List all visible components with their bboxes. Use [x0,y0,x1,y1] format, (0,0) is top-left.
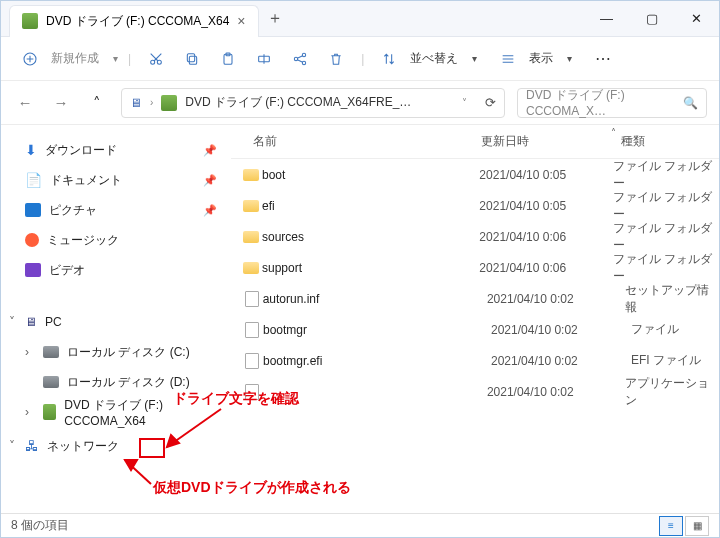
share-button[interactable] [285,44,315,74]
file-type: ファイル フォルダー [613,158,719,192]
sort-button[interactable] [374,44,404,74]
cut-button[interactable] [141,44,171,74]
sort-indicator-icon: ˄ [611,127,616,138]
search-input[interactable]: DVD ドライブ (F:) CCCOMA_X… 🔍 [517,88,707,118]
new-tab-button[interactable]: ＋ [267,8,283,29]
refresh-button[interactable]: ⟳ [485,95,496,110]
sidebar-item-documents[interactable]: 📄ドキュメント📌 [7,165,225,195]
file-date: 2021/04/10 0:06 [479,261,612,275]
file-icon [245,384,259,400]
file-name: autorun.inf [263,292,487,306]
file-icon [245,353,259,369]
file-row[interactable]: support2021/04/10 0:06ファイル フォルダー [231,252,719,283]
chevron-down-icon[interactable]: ▾ [472,53,477,64]
address-bar[interactable]: 🖥 › DVD ドライブ (F:) CCCOMA_X64FRE_… ˅ ⟳ [121,88,505,118]
file-row[interactable]: bootmgr.efi2021/04/10 0:02EFI ファイル [231,345,719,376]
file-type: セットアップ情報 [625,282,719,316]
file-type: EFI ファイル [631,352,701,369]
svg-rect-3 [189,56,196,64]
file-row[interactable]: autorun.inf2021/04/10 0:02セットアップ情報 [231,283,719,314]
view-label: 表示 [529,50,553,67]
sidebar-item-music[interactable]: ミュージック [7,225,225,255]
tab-title: DVD ドライブ (F:) CCCOMA_X64 [46,13,229,30]
breadcrumb[interactable]: DVD ドライブ (F:) CCCOMA_X64FRE_… [185,94,411,111]
new-label: 新規作成 [51,50,99,67]
video-icon [25,263,41,277]
col-date[interactable]: 更新日時 [481,133,621,150]
back-button[interactable]: ← [13,94,37,111]
file-date: 2021/04/10 0:05 [479,199,612,213]
file-row[interactable]: 2021/04/10 0:02アプリケーション [231,376,719,407]
file-type: ファイル フォルダー [613,189,719,223]
pin-icon[interactable]: 📌 [203,144,217,157]
details-view-button[interactable]: ≡ [659,516,683,536]
minimize-button[interactable]: ― [584,1,629,37]
file-pane: ˄ 名前 更新日時 種類 boot2021/04/10 0:05ファイル フォル… [231,125,719,513]
col-type[interactable]: 種類 [621,133,719,150]
file-date: 2021/04/10 0:05 [479,168,612,182]
search-icon: 🔍 [683,96,698,110]
more-button[interactable]: ⋯ [588,44,618,74]
sidebar-item-pictures[interactable]: ピクチャ📌 [7,195,225,225]
sidebar-item-dvd-f[interactable]: ›DVD ドライブ (F:) CCCOMA_X64 [7,397,225,427]
network-icon: 🖧 [25,438,39,454]
expand-icon[interactable]: › [25,345,29,359]
file-date: 2021/04/10 0:02 [487,385,625,399]
titlebar: DVD ドライブ (F:) CCCOMA_X64 × ＋ ― ▢ ✕ [1,1,719,37]
chevron-down-icon[interactable]: ▾ [113,53,118,64]
chevron-right-icon[interactable]: › [150,97,153,108]
pin-icon[interactable]: 📌 [203,204,217,217]
close-button[interactable]: ✕ [674,1,719,37]
sidebar-item-pc[interactable]: ˅🖥PC [7,307,225,337]
col-name[interactable]: 名前 [231,133,481,150]
dvd-drive-icon [43,404,56,420]
icons-view-button[interactable]: ▦ [685,516,709,536]
close-tab-icon[interactable]: × [237,13,245,29]
delete-button[interactable] [321,44,351,74]
up-button[interactable]: ˄ [85,94,109,112]
picture-icon [25,203,41,217]
file-type: アプリケーション [625,375,719,409]
sidebar-item-disk-c[interactable]: ›ローカル ディスク (C:) [7,337,225,367]
nav-row: ← → ˄ 🖥 › DVD ドライブ (F:) CCCOMA_X64FRE_… … [1,81,719,125]
file-row[interactable]: boot2021/04/10 0:05ファイル フォルダー [231,159,719,190]
collapse-icon[interactable]: ˅ [9,315,15,329]
sidebar-item-disk-d[interactable]: ローカル ディスク (D:) [7,367,225,397]
file-name: bootmgr [263,323,491,337]
dvd-drive-icon [161,95,177,111]
status-bar: 8 個の項目 ≡ ▦ [1,513,719,537]
folder-icon [243,262,259,274]
view-button[interactable] [493,44,523,74]
window-controls: ― ▢ ✕ [584,1,719,37]
file-type: ファイル フォルダー [613,220,719,254]
paste-button[interactable] [213,44,243,74]
pin-icon[interactable]: 📌 [203,174,217,187]
chevron-down-icon[interactable]: ▾ [567,53,572,64]
sidebar-item-network[interactable]: ˅🖧ネットワーク [7,431,225,461]
maximize-button[interactable]: ▢ [629,1,674,37]
chevron-down-icon[interactable]: ˅ [462,97,467,108]
new-button[interactable] [15,44,45,74]
copy-button[interactable] [177,44,207,74]
file-date: 2021/04/10 0:06 [479,230,612,244]
file-row[interactable]: bootmgr2021/04/10 0:02ファイル [231,314,719,345]
file-name: efi [262,199,479,213]
file-name: boot [262,168,479,182]
file-name: support [262,261,479,275]
file-date: 2021/04/10 0:02 [491,323,631,337]
file-type: ファイル フォルダー [613,251,719,285]
dvd-drive-icon [22,13,38,29]
file-row[interactable]: sources2021/04/10 0:06ファイル フォルダー [231,221,719,252]
file-icon [245,291,259,307]
sidebar-item-downloads[interactable]: ⬇ダウンロード📌 [7,135,225,165]
music-icon [25,233,39,247]
collapse-icon[interactable]: ˅ [9,439,15,453]
expand-icon[interactable]: › [25,405,29,419]
svg-rect-4 [187,53,194,61]
forward-button[interactable]: → [49,94,73,111]
file-row[interactable]: efi2021/04/10 0:05ファイル フォルダー [231,190,719,221]
sidebar-item-videos[interactable]: ビデオ [7,255,225,285]
rename-button[interactable] [249,44,279,74]
browser-tab[interactable]: DVD ドライブ (F:) CCCOMA_X64 × [9,5,259,37]
sidebar: ⬇ダウンロード📌 📄ドキュメント📌 ピクチャ📌 ミュージック ビデオ ˅🖥PC … [1,125,231,513]
